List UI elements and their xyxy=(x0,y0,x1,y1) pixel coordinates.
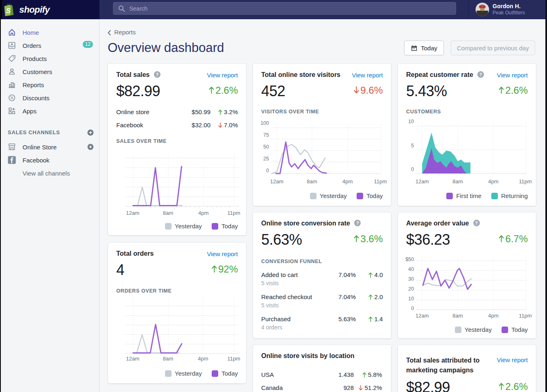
svg-text:11pm: 11pm xyxy=(519,313,532,319)
svg-text:4pm: 4pm xyxy=(488,313,498,319)
svg-text:0: 0 xyxy=(266,168,269,173)
svg-text:11pm: 11pm xyxy=(374,178,387,185)
svg-text:10: 10 xyxy=(408,296,414,302)
svg-text:4pm: 4pm xyxy=(488,178,498,185)
svg-text:40: 40 xyxy=(408,266,414,272)
svg-text:20: 20 xyxy=(408,286,414,292)
svg-text:12am: 12am xyxy=(126,356,140,362)
svg-text:5: 5 xyxy=(411,143,414,149)
svg-text:12am: 12am xyxy=(126,210,140,216)
svg-text:12am: 12am xyxy=(416,178,429,185)
svg-text:0: 0 xyxy=(411,306,414,311)
svg-text:8am: 8am xyxy=(452,178,463,185)
svg-text:11pm: 11pm xyxy=(519,178,532,185)
svg-text:4pm: 4pm xyxy=(342,178,353,185)
svg-text:11pm: 11pm xyxy=(227,356,240,362)
svg-text:S: S xyxy=(6,7,11,15)
svg-text:12am: 12am xyxy=(416,313,429,319)
svg-text:10: 10 xyxy=(408,119,414,124)
svg-text:75: 75 xyxy=(263,132,269,138)
svg-text:0: 0 xyxy=(411,167,414,172)
svg-text:$50: $50 xyxy=(405,257,414,262)
svg-text:50: 50 xyxy=(263,144,269,150)
svg-text:100: 100 xyxy=(260,120,269,126)
svg-text:8am: 8am xyxy=(452,313,463,319)
svg-text:4pm: 4pm xyxy=(198,210,208,216)
svg-text:30: 30 xyxy=(408,276,414,282)
svg-text:8am: 8am xyxy=(163,356,173,362)
svg-text:11pm: 11pm xyxy=(227,210,240,216)
svg-text:12am: 12am xyxy=(270,178,284,185)
svg-text:8am: 8am xyxy=(163,210,173,216)
svg-text:4pm: 4pm xyxy=(198,356,208,362)
svg-text:8am: 8am xyxy=(307,178,317,185)
svg-text:25: 25 xyxy=(263,156,269,162)
